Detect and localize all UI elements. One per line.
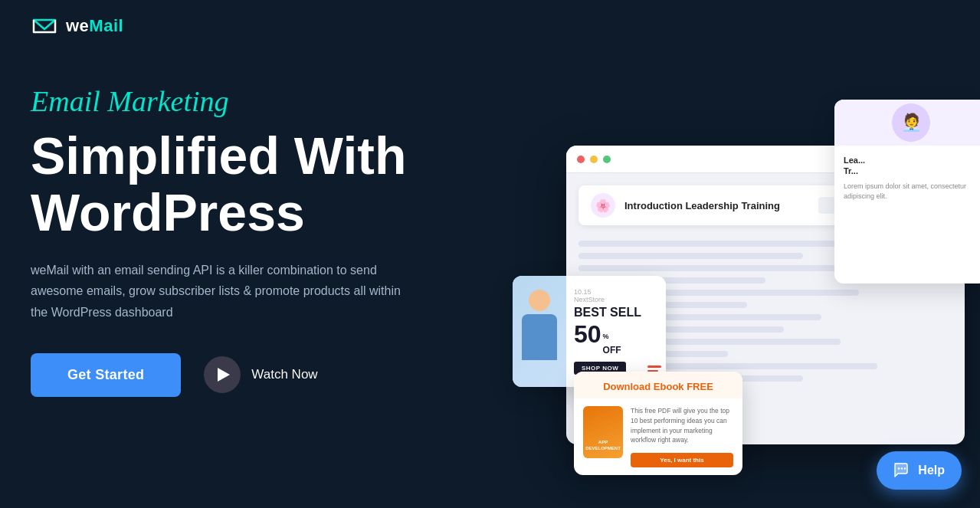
headline: Simplified With WordPress bbox=[31, 127, 475, 242]
svg-marker-1 bbox=[34, 20, 55, 29]
cta-row: Get Started Watch Now bbox=[31, 353, 475, 397]
bestsell-card: 10.15 NextStore BEST SELL 50 %OFF SHOP N… bbox=[513, 276, 666, 387]
ebook-header: Download Ebook FREE bbox=[574, 372, 742, 398]
ebook-body: APPDEVELOPMENT This free PDF will give y… bbox=[574, 398, 742, 475]
help-button[interactable]: Help bbox=[877, 451, 962, 490]
ebook-image: APPDEVELOPMENT bbox=[583, 406, 623, 458]
training-icon: 🌸 bbox=[591, 193, 615, 218]
browser-dot-red bbox=[577, 156, 585, 163]
get-started-button[interactable]: Get Started bbox=[31, 353, 181, 397]
bestsell-label: BEST SELL bbox=[574, 306, 658, 319]
content-line bbox=[578, 253, 803, 259]
person-head bbox=[529, 290, 550, 311]
leadership-card: 🧑‍💼 Lea...Tr... Lorem ipsum dolor sit am… bbox=[834, 100, 980, 283]
svg-rect-0 bbox=[31, 15, 58, 37]
hero-right-mockup: 🌸 Introduction Leadership Training Join bbox=[513, 100, 980, 483]
tagline: Email Marketing bbox=[31, 84, 475, 120]
ebook-text: This free PDF will give you the top 10 b… bbox=[631, 406, 733, 467]
bestsell-discount: 50 %OFF bbox=[574, 320, 658, 356]
content-line bbox=[578, 265, 841, 271]
play-icon[interactable] bbox=[204, 356, 241, 393]
person-silhouette bbox=[520, 290, 559, 374]
wemail-logo-icon bbox=[31, 15, 58, 37]
svg-point-4 bbox=[904, 467, 906, 469]
watch-now-button[interactable]: Watch Now bbox=[204, 356, 317, 393]
bestsell-off-text: %OFF bbox=[603, 333, 621, 356]
person-body bbox=[522, 314, 557, 360]
ebook-card: Download Ebook FREE APPDEVELOPMENT This … bbox=[574, 372, 742, 475]
leadership-title: Lea...Tr... bbox=[844, 155, 978, 177]
play-triangle bbox=[218, 368, 230, 382]
accent-bar bbox=[647, 365, 661, 368]
bestsell-discount-number: 50 bbox=[574, 320, 601, 349]
description: weMail with an email sending API is a ki… bbox=[31, 260, 414, 323]
svg-point-3 bbox=[901, 467, 903, 469]
help-label: Help bbox=[918, 464, 945, 477]
browser-dot-yellow bbox=[590, 156, 598, 163]
leadership-desc: Lorem ipsum dolor sit amet, consectetur … bbox=[844, 182, 978, 202]
header: weMail bbox=[31, 15, 123, 37]
browser-dot-green bbox=[603, 156, 611, 163]
bestsell-date: 10.15 NextStore bbox=[574, 288, 658, 303]
training-title: Introduction Leadership Training bbox=[624, 200, 809, 211]
hero-section: Email Marketing Simplified With WordPres… bbox=[31, 84, 475, 397]
ebook-description: This free PDF will give you the top 10 b… bbox=[631, 406, 733, 445]
chat-icon bbox=[893, 462, 910, 479]
bestsell-person-image bbox=[513, 276, 566, 387]
logo-text: weMail bbox=[66, 16, 123, 36]
ebook-download-button[interactable]: Yes, I want this bbox=[631, 453, 733, 467]
ebook-title: Download Ebook FREE bbox=[586, 381, 730, 392]
ebook-img-label: APPDEVELOPMENT bbox=[585, 440, 621, 452]
leadership-card-image: 🧑‍💼 bbox=[892, 103, 930, 142]
svg-point-2 bbox=[898, 467, 900, 469]
watch-now-label: Watch Now bbox=[251, 367, 317, 382]
content-line bbox=[578, 241, 877, 247]
leadership-card-body: Lea...Tr... Lorem ipsum dolor sit amet, … bbox=[834, 146, 980, 211]
leadership-card-header: 🧑‍💼 bbox=[834, 100, 980, 146]
